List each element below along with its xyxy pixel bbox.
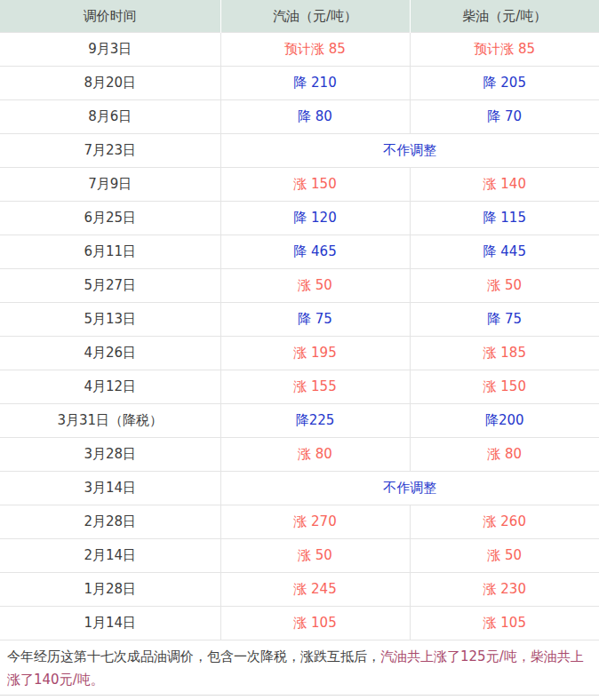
table-row: 2月14日涨 50涨 50 — [0, 539, 599, 573]
diesel-value-cell: 涨 230 — [410, 573, 599, 607]
adjustment-date-cell: 4月26日 — [0, 337, 220, 370]
adjustment-date-cell: 7月9日 — [0, 168, 220, 202]
table-row: 4月26日涨 195涨 185 — [0, 337, 599, 370]
diesel-value-cell: 涨 260 — [410, 505, 599, 539]
diesel-value-cell: 降 205 — [410, 67, 599, 100]
table-row: 8月6日降 80降 70 — [0, 100, 599, 134]
diesel-value-cell: 降200 — [410, 404, 599, 438]
gasoline-value-cell: 涨 150 — [220, 168, 410, 202]
gasoline-value-cell: 降225 — [220, 404, 410, 438]
adjustment-date-cell: 8月20日 — [0, 67, 220, 100]
table-row: 8月20日降 210降 205 — [0, 67, 599, 100]
adjustment-date-cell: 5月13日 — [0, 303, 220, 337]
gasoline-value-cell: 降 465 — [220, 235, 410, 269]
diesel-value-cell: 降 75 — [410, 303, 599, 337]
summary-plain-text: 今年经历这第十七次成品油调价，包含一次降税，涨跌互抵后， — [7, 648, 380, 664]
diesel-value-cell: 涨 185 — [410, 337, 599, 370]
adjustment-date-cell: 5月27日 — [0, 269, 220, 303]
adjustment-date-cell: 7月23日 — [0, 134, 220, 168]
table-row: 5月27日涨 50涨 50 — [0, 269, 599, 303]
table-header: 调价时间 汽油（元/吨） 柴油（元/吨） — [0, 0, 599, 33]
table-row: 5月13日降 75降 75 — [0, 303, 599, 337]
adjustment-date-cell: 6月25日 — [0, 202, 220, 235]
table-row: 7月23日不作调整 — [0, 134, 599, 168]
gasoline-value-cell: 涨 195 — [220, 337, 410, 370]
header-row: 调价时间 汽油（元/吨） 柴油（元/吨） — [0, 0, 599, 33]
price-adjustment-table: 调价时间 汽油（元/吨） 柴油（元/吨） 9月3日预计涨 85预计涨 858月2… — [0, 0, 599, 640]
adjustment-date-cell: 3月31日（降税） — [0, 404, 220, 438]
table-row: 6月25日降 120降 115 — [0, 202, 599, 235]
col-header-gasoline: 汽油（元/吨） — [220, 0, 410, 33]
table-row: 9月3日预计涨 85预计涨 85 — [0, 33, 599, 67]
no-adjustment-cell: 不作调整 — [220, 134, 599, 168]
gasoline-value-cell: 涨 105 — [220, 607, 410, 640]
diesel-value-cell: 降 115 — [410, 202, 599, 235]
table-body: 9月3日预计涨 85预计涨 858月20日降 210降 2058月6日降 80降… — [0, 33, 599, 640]
adjustment-date-cell: 3月28日 — [0, 438, 220, 472]
table-row: 4月12日涨 155涨 150 — [0, 370, 599, 404]
fuel-price-adjustment-page: 调价时间 汽油（元/吨） 柴油（元/吨） 9月3日预计涨 85预计涨 858月2… — [0, 0, 599, 696]
gasoline-value-cell: 涨 50 — [220, 269, 410, 303]
adjustment-date-cell: 8月6日 — [0, 100, 220, 134]
gasoline-value-cell: 涨 155 — [220, 370, 410, 404]
diesel-value-cell: 涨 50 — [410, 269, 599, 303]
adjustment-date-cell: 1月14日 — [0, 607, 220, 640]
table-row: 7月9日涨 150涨 140 — [0, 168, 599, 202]
adjustment-date-cell: 3月14日 — [0, 472, 220, 505]
diesel-value-cell: 涨 140 — [410, 168, 599, 202]
adjustment-date-cell: 2月14日 — [0, 539, 220, 573]
diesel-value-cell: 涨 50 — [410, 539, 599, 573]
table-row: 3月14日不作调整 — [0, 472, 599, 505]
gasoline-value-cell: 降 210 — [220, 67, 410, 100]
diesel-value-cell: 涨 150 — [410, 370, 599, 404]
gasoline-value-cell: 预计涨 85 — [220, 33, 410, 67]
table-row: 1月28日涨 245涨 230 — [0, 573, 599, 607]
table-row: 3月28日涨 80涨 80 — [0, 438, 599, 472]
gasoline-value-cell: 降 75 — [220, 303, 410, 337]
table-row: 6月11日降 465降 445 — [0, 235, 599, 269]
gasoline-value-cell: 涨 245 — [220, 573, 410, 607]
adjustment-date-cell: 2月28日 — [0, 505, 220, 539]
gasoline-value-cell: 降 80 — [220, 100, 410, 134]
gasoline-value-cell: 涨 270 — [220, 505, 410, 539]
gasoline-value-cell: 涨 80 — [220, 438, 410, 472]
col-header-adjustment-date: 调价时间 — [0, 0, 220, 33]
no-adjustment-cell: 不作调整 — [220, 472, 599, 505]
diesel-value-cell: 降 70 — [410, 100, 599, 134]
table-row: 1月14日涨 105涨 105 — [0, 607, 599, 640]
col-header-diesel: 柴油（元/吨） — [410, 0, 599, 33]
table-row: 2月28日涨 270涨 260 — [0, 505, 599, 539]
adjustment-date-cell: 6月11日 — [0, 235, 220, 269]
diesel-value-cell: 涨 80 — [410, 438, 599, 472]
diesel-value-cell: 预计涨 85 — [410, 33, 599, 67]
adjustment-date-cell: 1月28日 — [0, 573, 220, 607]
gasoline-value-cell: 降 120 — [220, 202, 410, 235]
adjustment-date-cell: 9月3日 — [0, 33, 220, 67]
adjustment-date-cell: 4月12日 — [0, 370, 220, 404]
summary-note: 今年经历这第十七次成品油调价，包含一次降税，涨跌互抵后，汽油共上涨了125元/吨… — [0, 640, 599, 696]
gasoline-value-cell: 涨 50 — [220, 539, 410, 573]
diesel-value-cell: 涨 105 — [410, 607, 599, 640]
diesel-value-cell: 降 445 — [410, 235, 599, 269]
table-row: 3月31日（降税）降225降200 — [0, 404, 599, 438]
